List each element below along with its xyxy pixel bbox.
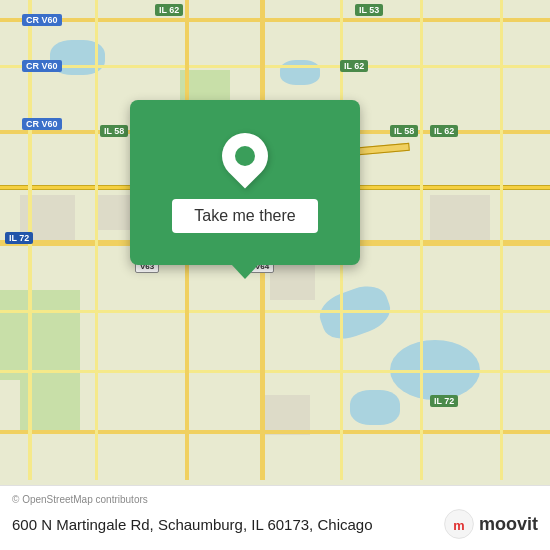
road [0,430,550,434]
road [0,65,550,68]
water-body [350,390,400,425]
water-body [280,60,320,85]
urban-block [430,195,490,240]
road-label-il58-2: IL 58 [390,125,418,137]
road [0,18,550,22]
road [500,0,503,480]
road [0,310,550,313]
road-label-il72-3: IL 72 [430,395,458,407]
urban-block [270,260,315,300]
popup-card: Take me there [130,100,360,265]
road [0,370,550,373]
road-label-il53: IL 53 [355,4,383,16]
map-attribution: © OpenStreetMap contributors [12,494,538,505]
urban-block [260,395,310,435]
moovit-icon: m [443,508,475,540]
moovit-logo: m moovit [443,508,538,540]
road-label-il58-1: IL 58 [100,125,128,137]
road [95,0,98,480]
road-label-il72-1: IL 72 [5,232,33,244]
bottom-bar: © OpenStreetMap contributors 600 N Marti… [0,485,550,550]
road-label-il62-2: IL 62 [340,60,368,72]
road-label-crv60: CR V60 [22,14,62,26]
location-pin [222,133,268,189]
road-label-crv60-3: CR V60 [22,118,62,130]
road-label-il62-3: IL 62 [430,125,458,137]
road [420,0,423,480]
pin-inner [235,146,255,166]
address-text: 600 N Martingale Rd, Schaumburg, IL 6017… [12,516,373,533]
svg-text:m: m [453,518,464,533]
map-container: CR V60 CR V60 CR V60 IL 62 IL 53 IL 62 I… [0,0,550,550]
road-label-crv60-2: CR V60 [22,60,62,72]
take-me-there-button[interactable]: Take me there [172,199,317,233]
address-row: 600 N Martingale Rd, Schaumburg, IL 6017… [12,508,538,540]
urban-block [95,195,135,230]
park-area [0,290,80,380]
road-label-il62-1: IL 62 [155,4,183,16]
moovit-text: moovit [479,514,538,535]
